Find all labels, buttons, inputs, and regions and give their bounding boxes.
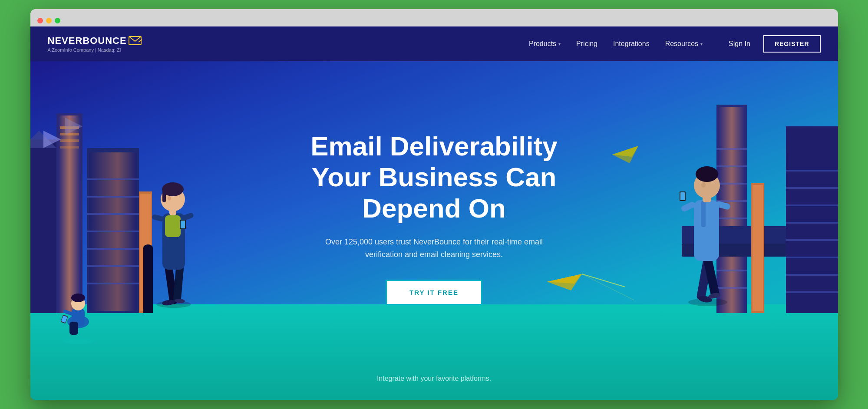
nav-link-resources[interactable]: Resources ▾: [665, 40, 703, 48]
svg-rect-9: [60, 139, 79, 142]
svg-rect-71: [786, 274, 838, 276]
svg-rect-15: [87, 213, 139, 215]
try-it-free-button[interactable]: TRY IT FREE: [386, 280, 482, 305]
logo-area: NEVERBOUNCE A ZoomInfo Company | Nasdaq:…: [48, 35, 142, 53]
svg-rect-16: [87, 231, 139, 232]
svg-rect-47: [162, 189, 166, 202]
nav-item-resources[interactable]: Resources ▾: [665, 40, 703, 48]
register-button[interactable]: REGISTER: [763, 35, 821, 53]
nav-links: Products ▾ Pricing Integrations: [529, 40, 703, 48]
chevron-down-icon-2: ▾: [700, 42, 703, 46]
svg-point-48: [168, 196, 171, 201]
svg-rect-8: [60, 133, 79, 135]
close-button[interactable]: [37, 18, 43, 23]
svg-rect-63: [752, 185, 763, 311]
svg-point-86: [696, 166, 718, 182]
svg-rect-67: [786, 204, 838, 206]
svg-rect-55: [716, 218, 747, 219]
nav-item-pricing[interactable]: Pricing: [576, 40, 597, 48]
svg-rect-3: [30, 139, 56, 313]
nav-item-integrations[interactable]: Integrations: [613, 40, 650, 48]
svg-rect-58: [716, 270, 747, 271]
svg-rect-68: [786, 222, 838, 224]
svg-rect-52: [716, 165, 747, 167]
svg-rect-70: [786, 257, 838, 258]
svg-rect-40: [151, 214, 164, 222]
svg-rect-64: [786, 126, 838, 313]
svg-point-87: [701, 182, 706, 188]
svg-rect-43: [181, 221, 185, 228]
chevron-down-icon: ▾: [558, 42, 561, 46]
svg-rect-53: [716, 183, 747, 185]
svg-rect-59: [716, 287, 747, 289]
hero-bottom: Integrate with your favorite platforms.: [30, 357, 838, 400]
browser-content: NEVERBOUNCE A ZoomInfo Company | Nasdaq:…: [30, 26, 838, 400]
svg-rect-78: [694, 200, 719, 261]
svg-rect-54: [716, 200, 747, 202]
svg-rect-69: [786, 239, 838, 241]
maximize-button[interactable]: [55, 18, 60, 23]
nav-item-products[interactable]: Products ▾: [529, 40, 561, 48]
svg-rect-39: [165, 215, 181, 237]
nav-link-pricing[interactable]: Pricing: [576, 40, 597, 48]
svg-rect-80: [680, 201, 696, 212]
navbar: NEVERBOUNCE A ZoomInfo Company | Nasdaq:…: [30, 26, 838, 61]
svg-point-27: [71, 294, 85, 302]
svg-rect-10: [60, 146, 79, 148]
nav-link-integrations[interactable]: Integrations: [613, 40, 650, 48]
svg-rect-79: [701, 201, 706, 227]
browser-window: NEVERBOUNCE A ZoomInfo Company | Nasdaq:…: [30, 9, 838, 400]
svg-point-32: [63, 339, 93, 344]
svg-point-23: [143, 244, 153, 251]
logo-text: NEVERBOUNCE: [48, 35, 142, 46]
hero-subtitle: Over 125,000 users trust NeverBounce for…: [317, 236, 551, 261]
hero-content: Email Deliverability Your Business Can D…: [269, 61, 599, 331]
logo-sub: A ZoomInfo Company | Nasdaq: ZI: [48, 47, 142, 53]
browser-chrome: [30, 9, 838, 26]
logo-name[interactable]: NEVERBOUNCE: [48, 35, 127, 46]
svg-rect-72: [786, 291, 838, 293]
svg-rect-31: [69, 322, 78, 335]
hero-section: Email Deliverability Your Business Can D…: [30, 61, 838, 400]
svg-rect-19: [87, 283, 139, 284]
svg-rect-6: [59, 115, 80, 313]
nav-right: Sign In REGISTER: [729, 35, 820, 53]
signin-link[interactable]: Sign In: [729, 40, 750, 48]
svg-rect-35: [173, 265, 184, 302]
integrate-text: Integrate with your favorite platforms.: [48, 375, 821, 383]
svg-rect-82: [680, 192, 685, 200]
paper-plane-top-icon: [612, 146, 638, 163]
envelope-icon: [129, 36, 142, 46]
svg-rect-14: [87, 196, 139, 198]
svg-rect-66: [786, 187, 838, 189]
svg-rect-18: [87, 265, 139, 267]
svg-rect-22: [143, 248, 153, 313]
nav-link-products[interactable]: Products ▾: [529, 40, 561, 48]
svg-rect-50: [719, 107, 745, 313]
svg-marker-89: [612, 146, 638, 163]
svg-rect-51: [716, 148, 747, 150]
hero-title: Email Deliverability Your Business Can D…: [278, 131, 591, 224]
traffic-lights: [37, 18, 60, 23]
svg-rect-65: [786, 170, 838, 172]
svg-rect-17: [87, 248, 139, 250]
svg-rect-13: [87, 178, 139, 180]
minimize-button[interactable]: [46, 18, 52, 23]
